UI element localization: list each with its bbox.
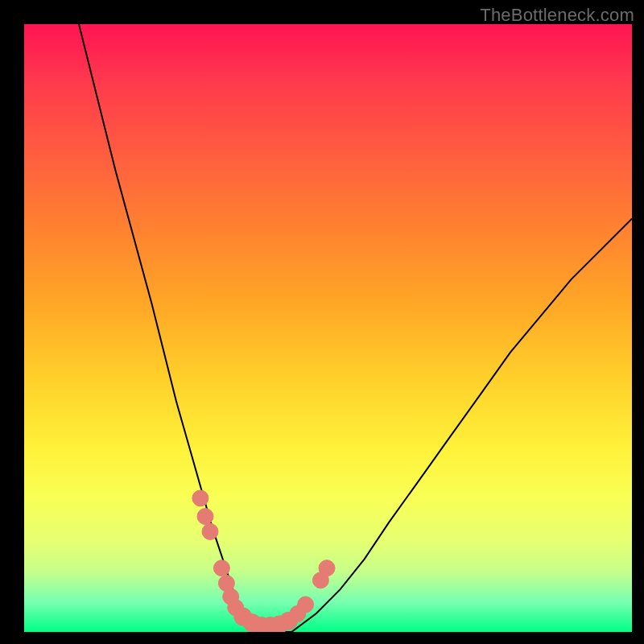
chart-svg bbox=[24, 24, 632, 632]
watermark-text: TheBottleneck.com bbox=[480, 5, 634, 26]
curve-group bbox=[79, 24, 632, 632]
bottleneck-curve bbox=[79, 24, 632, 632]
data-point bbox=[298, 597, 314, 613]
data-point bbox=[197, 509, 213, 525]
data-point bbox=[319, 560, 335, 576]
data-point bbox=[213, 560, 229, 576]
data-point bbox=[202, 523, 218, 539]
plot-area bbox=[24, 24, 632, 632]
chart-frame: TheBottleneck.com bbox=[0, 0, 644, 644]
data-point bbox=[192, 490, 208, 506]
marker-group bbox=[192, 490, 335, 632]
